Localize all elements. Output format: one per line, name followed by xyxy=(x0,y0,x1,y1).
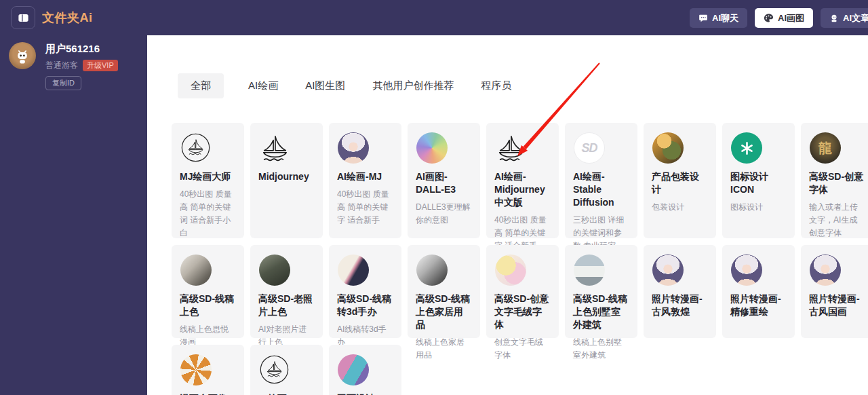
card-row-3: 漫画自画像AI绘画-MJ 9:16网页设计 xyxy=(172,345,401,395)
tool-card[interactable]: AI绘画-MJ 9:16 xyxy=(250,345,323,395)
tool-card-title: Midjourney xyxy=(258,170,315,183)
tool-card[interactable]: MJ绘画大师40秒出图 质量高 简单的关键词 适合新手小白 xyxy=(172,123,244,238)
tool-card-title: 照片转漫画-古风国画 xyxy=(809,293,865,318)
robot-avatar-icon xyxy=(12,45,33,66)
tool-card-title: AI绘画-MJ xyxy=(337,170,393,183)
old-photo-icon xyxy=(258,255,315,286)
sidebar: 用户561216 普通游客 升级VIP 复制ID xyxy=(0,35,147,395)
tool-card[interactable]: 漫画自画像 xyxy=(172,345,244,395)
nav-button-label: AI画图 xyxy=(778,12,804,24)
tool-card-title: AI绘画-Midjourney中文版 xyxy=(494,170,551,209)
tool-card-title: 高级SD-线稿上色别墅室外建筑 xyxy=(573,293,629,331)
tool-card-description: 包装设计 xyxy=(652,201,708,214)
card-row-1: MJ绘画大师40秒出图 质量高 简单的关键词 适合新手小白MidjourneyA… xyxy=(172,123,868,238)
category-tabs: 全部AI绘画AI图生图其他用户创作推荐程序员 xyxy=(178,73,514,98)
tool-card-description: DALLE3更理解你的意图 xyxy=(416,201,472,227)
tool-card-title: 高级SD-线稿上色家居用品 xyxy=(416,293,472,331)
tool-card-title: 漫画自画像 xyxy=(180,392,236,395)
tool-card[interactable]: 龍高级SD-创意字体输入或者上传文字，AI生成创意字体 xyxy=(801,123,868,238)
brand-title: 文件夹Ai xyxy=(42,10,93,26)
webpage-art-icon xyxy=(337,354,393,385)
openai-logo-icon xyxy=(730,132,787,164)
tool-card[interactable]: SDAI绘画-Stable Diffusion三秒出图 详细的关键词和参数 专业… xyxy=(565,123,637,238)
tool-card-description: 创意文字毛绒字体 xyxy=(494,336,551,362)
tool-card[interactable]: 高级SD-线稿上色家居用品线稿上色家居用品 xyxy=(408,245,480,338)
bw-interior-icon xyxy=(416,255,472,286)
tool-card[interactable]: 网页设计 xyxy=(329,345,401,395)
user-panel: 用户561216 普通游客 升级VIP 复制ID xyxy=(0,35,147,90)
tab-programmer[interactable]: 程序员 xyxy=(478,73,514,98)
card-row-2: 高级SD-线稿上色线稿上色思悦漫画高级SD-老照片上色AI对老照片进行上色高级S… xyxy=(172,245,868,338)
tool-card-title: 高级SD-线稿上色 xyxy=(180,293,236,318)
tool-card-title: 高级SD-老照片上色 xyxy=(258,293,315,318)
topbar-nav: AI聊天AI画图AI文章 xyxy=(690,8,868,28)
tool-card-title: 图标设计ICON xyxy=(730,170,787,196)
ai-draw-button[interactable]: AI画图 xyxy=(755,8,813,28)
tool-card[interactable]: 高级SD-线稿上色别墅室外建筑线稿上色别墅室外建筑 xyxy=(565,245,637,338)
tool-card-title: 照片转漫画-精修重绘 xyxy=(730,293,787,318)
article-icon xyxy=(829,14,839,23)
comic-swirl-icon xyxy=(180,354,236,385)
user-role: 普通游客 xyxy=(45,60,78,71)
sailboat-circle-icon xyxy=(259,354,290,385)
sd-logo-icon: SD xyxy=(573,132,629,164)
tool-card-description: 线稿上色别墅室外建筑 xyxy=(573,336,629,362)
tool-card-description: 输入或者上传文字，AI生成创意字体 xyxy=(809,201,865,240)
tab-all[interactable]: 全部 xyxy=(178,73,224,98)
statue-sketch-icon xyxy=(180,255,236,286)
modern-house-icon xyxy=(573,255,629,286)
plush-text-icon xyxy=(494,255,551,286)
tool-card[interactable]: 图标设计ICON图标设计 xyxy=(722,123,795,238)
anime-girl-icon xyxy=(730,255,787,286)
tab-user-creations[interactable]: 其他用户创作推荐 xyxy=(370,73,456,98)
dragon-art-icon: 龍 xyxy=(809,132,865,164)
tool-card-title: AI绘画-Stable Diffusion xyxy=(573,170,629,209)
tool-card-title: 照片转漫画-古风敦煌 xyxy=(652,293,708,318)
sidebar-toggle-icon xyxy=(17,12,30,24)
palette-icon xyxy=(764,13,774,23)
tool-card-title: 高级SD-创意字体 xyxy=(809,170,865,196)
ai-chat-button[interactable]: AI聊天 xyxy=(690,8,747,28)
tool-card-title: 产品包装设计 xyxy=(652,170,708,196)
tool-card[interactable]: 高级SD-老照片上色AI对老照片进行上色 xyxy=(250,245,323,338)
tool-card-title: MJ绘画大师 xyxy=(180,170,236,183)
topbar: 文件夹Ai AI聊天AI画图AI文章 xyxy=(0,0,868,35)
tool-card-description: 图标设计 xyxy=(730,201,787,214)
username: 用户561216 xyxy=(45,43,118,56)
toy-monkey-icon xyxy=(652,132,708,164)
tool-card[interactable]: 照片转漫画-精修重绘 xyxy=(722,245,795,338)
tool-card[interactable]: 高级SD-创意文字毛绒字体创意文字毛绒字体 xyxy=(486,245,559,338)
tool-card[interactable]: 产品包装设计包装设计 xyxy=(644,123,716,238)
tab-ai-img2img[interactable]: AI图生图 xyxy=(302,73,348,98)
tool-card-title: 高级SD-线稿转3d手办 xyxy=(337,293,393,318)
sidebar-toggle-button[interactable] xyxy=(11,6,35,29)
tool-card[interactable]: 高级SD-线稿转3d手办AI线稿转3d手办 xyxy=(329,245,401,338)
tool-card-description: 40秒出图 质量高 简单的关键词 适合新手小白 xyxy=(180,188,236,240)
sailboat-circle-icon xyxy=(180,132,212,164)
tool-card-title: 网页设计 xyxy=(337,392,393,395)
tool-card[interactable]: 高级SD-线稿上色线稿上色思悦漫画 xyxy=(172,245,244,338)
tool-card[interactable]: 照片转漫画-古风敦煌 xyxy=(644,245,716,338)
ai-article-button[interactable]: AI文章 xyxy=(821,8,868,28)
sketch-3d-icon xyxy=(337,255,393,286)
tool-card[interactable]: AI画图-DALL-E3DALLE3更理解你的意图 xyxy=(408,123,480,238)
tool-card[interactable]: AI绘画-MJ40秒出图 质量高 简单的关键字 适合新手 xyxy=(329,123,401,238)
tool-card-description: 40秒出图 质量高 简单的关键字 适合新手 xyxy=(337,188,393,227)
upgrade-vip-badge[interactable]: 升级VIP xyxy=(83,60,118,71)
copy-id-button[interactable]: 复制ID xyxy=(45,76,81,90)
anime-girl-icon xyxy=(809,255,865,286)
main-content: 全部AI绘画AI图生图其他用户创作推荐程序员 MJ绘画大师40秒出图 质量高 简… xyxy=(147,35,868,395)
tool-card-description: 线稿上色家居用品 xyxy=(416,336,472,362)
tool-card[interactable]: AI绘画-Midjourney中文版40秒出图 质量高 简单的关键字 适合新手 xyxy=(486,123,559,238)
sailboat-icon xyxy=(259,132,290,164)
tool-card-title: AI画图-DALL-E3 xyxy=(416,170,472,196)
tool-card[interactable]: Midjourney xyxy=(250,123,323,238)
tool-card-title: 高级SD-创意文字毛绒字体 xyxy=(494,293,551,331)
tool-card-title: AI绘画-MJ 9:16 xyxy=(258,392,315,395)
nav-button-label: AI聊天 xyxy=(712,12,738,24)
tab-ai-painting[interactable]: AI绘画 xyxy=(245,73,281,98)
dalle-rainbow-icon xyxy=(416,132,472,164)
tool-card[interactable]: 照片转漫画-古风国画 xyxy=(801,245,868,338)
sailboat-icon xyxy=(495,132,526,164)
user-avatar xyxy=(9,42,36,69)
